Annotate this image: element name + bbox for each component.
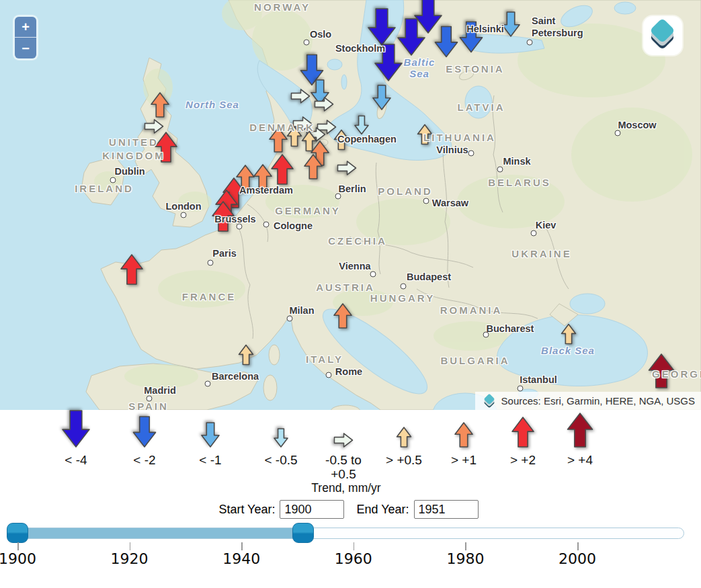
legend-item: < -4: [39, 411, 113, 468]
basemap: [0, 0, 701, 410]
axis-tick: [241, 542, 243, 550]
legend-arrow-icon: [560, 411, 600, 450]
axis-tick-label: 2000: [559, 550, 596, 567]
map-zoom-controls: + −: [15, 17, 36, 58]
axis-tick-label: 1900: [0, 550, 36, 567]
end-year-label: End Year:: [356, 503, 409, 517]
axis-tick-label: 1980: [446, 550, 484, 567]
legend-item: < -1: [173, 411, 247, 468]
axis-tick: [130, 542, 131, 550]
legend-arrow-icon: [261, 411, 301, 450]
axis-tick-label: 1960: [335, 550, 372, 567]
legend-arrow-icon: [384, 411, 424, 450]
legend-item: < -2: [108, 411, 181, 468]
legend-item-label: < -2: [108, 454, 181, 468]
axis-tick-label: 1920: [111, 550, 149, 567]
axis-tick: [465, 542, 466, 550]
legend-arrow-icon: [124, 411, 165, 450]
legend-item-label: < -4: [39, 454, 113, 468]
axis-tick: [17, 542, 19, 550]
zoom-in-button[interactable]: +: [15, 17, 36, 38]
app: NORWAYUNITED KINGDOMIRELANDDENMARKESTONI…: [0, 0, 701, 588]
legend-arrow-icon: [190, 411, 231, 450]
attribution-text: Sources: Esri, Garmin, HERE, NGA, USGS: [501, 395, 695, 407]
start-year-input[interactable]: [280, 500, 344, 519]
legend-item-label: -0.5 to +0.5: [321, 454, 366, 482]
axis-tick-label: 1940: [222, 550, 260, 567]
slider-handle-start[interactable]: [7, 523, 28, 543]
time-slider: 190019201940196019802000: [0, 521, 701, 582]
legend-item-label: > +4: [543, 454, 617, 468]
legend-arrow-icon: [56, 411, 96, 450]
legend-title: Trend, mm/yr: [0, 481, 692, 495]
slider-handle-end[interactable]: [292, 523, 314, 543]
map-attribution: Sources: Esri, Garmin, HERE, NGA, USGS: [475, 392, 701, 410]
legend-item: > +4: [543, 411, 617, 468]
start-year-label: Start Year:: [218, 503, 275, 517]
legend-arrow-icon: [323, 411, 364, 450]
esri-layers-icon: [482, 394, 497, 408]
zoom-out-button[interactable]: −: [15, 38, 36, 58]
end-year-input[interactable]: [414, 500, 479, 519]
year-controls: Start Year: End Year:: [0, 500, 697, 519]
trend-legend: < -4< -2< -1< -0.5-0.5 to +0.5> +0.5> +1…: [0, 411, 701, 478]
slider-range-fill: [11, 528, 311, 538]
slider-track[interactable]: [7, 528, 684, 539]
legend-arrow-icon: [444, 411, 484, 450]
basemap-logo[interactable]: [643, 16, 682, 55]
legend-arrow-icon: [503, 411, 543, 450]
axis-tick: [354, 542, 355, 550]
axis-tick: [577, 542, 579, 550]
map-canvas[interactable]: NORWAYUNITED KINGDOMIRELANDDENMARKESTONI…: [0, 0, 701, 410]
legend-item-label: < -1: [173, 454, 247, 468]
